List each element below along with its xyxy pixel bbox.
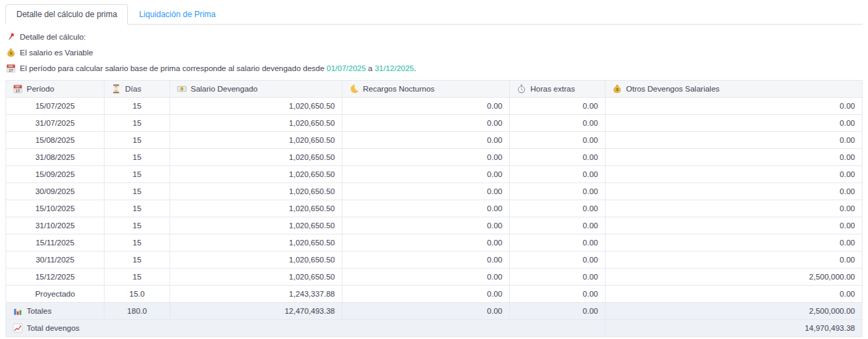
cell-otros-devengos: 0.00 xyxy=(606,115,863,132)
cell-recargos-nocturnos: 0.00 xyxy=(342,200,510,217)
table-row: 15/12/2025 15 1,020,650.50 0.00 0.00 2,5… xyxy=(6,269,863,286)
cell-periodo: 15/12/2025 xyxy=(6,269,105,286)
cell-otros-devengos: 0.00 xyxy=(606,149,863,166)
cell-horas-extras: 0.00 xyxy=(510,132,606,149)
cell-horas-extras: 0.00 xyxy=(510,149,606,166)
cell-horas-extras: 0.00 xyxy=(510,200,606,217)
cell-horas-extras: 0.00 xyxy=(510,286,606,303)
cell-dias: 15 xyxy=(105,234,170,252)
cell-otros-devengos: 2,500,000.00 xyxy=(606,269,863,286)
period-text: El período para calcular salario base de… xyxy=(20,64,416,73)
period-line: MAY17 El período para calcular salario b… xyxy=(6,64,863,73)
cell-horas-extras: 0.00 xyxy=(510,217,606,234)
cell-salario-devengado: 1,020,650.50 xyxy=(170,234,342,252)
tab-detalle-calculo-prima[interactable]: Detalle del cálculo de prima xyxy=(5,4,128,25)
cell-periodo: 15/09/2025 xyxy=(6,166,105,183)
cell-periodo: 31/10/2025 xyxy=(6,217,105,234)
cell-dias: 15 xyxy=(105,132,170,149)
svg-text:17: 17 xyxy=(16,89,20,93)
money-bag-icon: $ xyxy=(6,48,16,57)
salary-type-line: $ El salario es Variable xyxy=(6,48,863,57)
col-header-horas-extras: Horas extras xyxy=(510,81,606,98)
cell-salario-devengado: 1,020,650.50 xyxy=(170,217,342,234)
col-header-periodo: MAY17Período xyxy=(6,81,105,98)
cell-dias: 15.0 xyxy=(105,286,170,303)
cell-periodo: Proyectado xyxy=(6,286,105,303)
hourglass-icon xyxy=(111,84,121,94)
table-row: 31/08/2025 15 1,020,650.50 0.00 0.00 0.0… xyxy=(6,149,863,166)
cell-recargos-nocturnos: 0.00 xyxy=(342,269,510,286)
cell-dias: 15 xyxy=(105,200,170,217)
cell-periodo: 15/11/2025 xyxy=(6,234,105,252)
table-row: 30/09/2025 15 1,020,650.50 0.00 0.00 0.0… xyxy=(6,183,863,200)
table-totals: Totales 180.0 12,470,493.38 0.00 0.00 2,… xyxy=(6,303,863,337)
calc-detail-line: Detalle del cálculo: xyxy=(6,32,863,42)
grand-total-label-cell: Total devengos xyxy=(6,320,606,337)
cell-otros-devengos: 0.00 xyxy=(606,217,863,234)
cell-horas-extras: 0.00 xyxy=(510,166,606,183)
svg-text:MAY: MAY xyxy=(15,85,21,88)
table-row: 15/11/2025 15 1,020,650.50 0.00 0.00 0.0… xyxy=(6,234,863,252)
money-bag-icon: $ xyxy=(612,84,622,94)
svg-text:17: 17 xyxy=(9,68,13,72)
col-header-recargos-nocturnos: Recargos Nocturnos xyxy=(342,81,510,98)
calc-detail-label: Detalle del cálculo: xyxy=(20,32,86,42)
bar-chart-icon xyxy=(13,306,23,316)
cell-salario-devengado: 1,020,650.50 xyxy=(170,115,342,132)
cell-dias: 15 xyxy=(105,183,170,200)
cell-dias: 15 xyxy=(105,166,170,183)
col-header-otros-devengos: $Otros Devengos Salariales xyxy=(606,81,863,98)
cell-periodo: 15/07/2025 xyxy=(6,98,105,115)
calendar-icon: MAY17 xyxy=(13,84,23,94)
cell-otros-devengos: 0.00 xyxy=(606,132,863,149)
svg-text:MAY: MAY xyxy=(8,65,14,68)
totals-horas-cell: 0.00 xyxy=(510,303,606,320)
cell-salario-devengado: 1,020,650.50 xyxy=(170,166,342,183)
table-row: 31/10/2025 15 1,020,650.50 0.00 0.00 0.0… xyxy=(6,217,863,234)
cell-salario-devengado: 1,243,337.88 xyxy=(170,286,342,303)
cell-recargos-nocturnos: 0.00 xyxy=(342,98,510,115)
cell-otros-devengos: 0.00 xyxy=(606,183,863,200)
cell-periodo: 31/08/2025 xyxy=(6,149,105,166)
table-row: 15/08/2025 15 1,020,650.50 0.00 0.00 0.0… xyxy=(6,132,863,149)
cell-salario-devengado: 1,020,650.50 xyxy=(170,183,342,200)
cell-recargos-nocturnos: 0.00 xyxy=(342,234,510,252)
cell-otros-devengos: 0.00 xyxy=(606,166,863,183)
cell-periodo: 30/11/2025 xyxy=(6,252,105,269)
tab-liquidacion-prima[interactable]: Liquidación de Prima xyxy=(128,4,226,24)
table-row: 31/07/2025 15 1,020,650.50 0.00 0.00 0.0… xyxy=(6,115,863,132)
table-row: 15/10/2025 15 1,020,650.50 0.00 0.00 0.0… xyxy=(6,200,863,217)
cell-otros-devengos: 0.00 xyxy=(606,286,863,303)
pushpin-icon xyxy=(6,32,16,42)
cell-horas-extras: 0.00 xyxy=(510,115,606,132)
totals-otros-cell: 2,500,000.00 xyxy=(606,303,863,320)
cell-horas-extras: 0.00 xyxy=(510,98,606,115)
cell-horas-extras: 0.00 xyxy=(510,269,606,286)
cell-salario-devengado: 1,020,650.50 xyxy=(170,149,342,166)
table-row: Proyectado 15.0 1,243,337.88 0.00 0.00 0… xyxy=(6,286,863,303)
cell-horas-extras: 0.00 xyxy=(510,234,606,252)
totals-recargos-cell: 0.00 xyxy=(342,303,510,320)
cell-recargos-nocturnos: 0.00 xyxy=(342,115,510,132)
cell-recargos-nocturnos: 0.00 xyxy=(342,252,510,269)
cell-otros-devengos: 0.00 xyxy=(606,234,863,252)
cell-salario-devengado: 1,020,650.50 xyxy=(170,98,342,115)
totals-row: Totales 180.0 12,470,493.38 0.00 0.00 2,… xyxy=(6,303,863,320)
grand-total-value-cell: 14,970,493.38 xyxy=(606,320,863,337)
table-row: 15/07/2025 15 1,020,650.50 0.00 0.00 0.0… xyxy=(6,98,863,115)
cell-recargos-nocturnos: 0.00 xyxy=(342,286,510,303)
cell-salario-devengado: 1,020,650.50 xyxy=(170,200,342,217)
cell-periodo: 15/10/2025 xyxy=(6,200,105,217)
svg-text:$: $ xyxy=(181,87,183,91)
cell-dias: 15 xyxy=(105,269,170,286)
cell-horas-extras: 0.00 xyxy=(510,252,606,269)
cell-dias: 15 xyxy=(105,252,170,269)
period-end-date: 31/12/2025 xyxy=(375,64,414,72)
col-header-dias: Días xyxy=(105,81,170,98)
stopwatch-icon xyxy=(517,84,526,94)
totals-label-cell: Totales xyxy=(6,303,105,320)
cell-recargos-nocturnos: 0.00 xyxy=(342,183,510,200)
cell-horas-extras: 0.00 xyxy=(510,183,606,200)
cell-otros-devengos: 0.00 xyxy=(606,200,863,217)
table-body: 15/07/2025 15 1,020,650.50 0.00 0.00 0.0… xyxy=(6,98,863,303)
